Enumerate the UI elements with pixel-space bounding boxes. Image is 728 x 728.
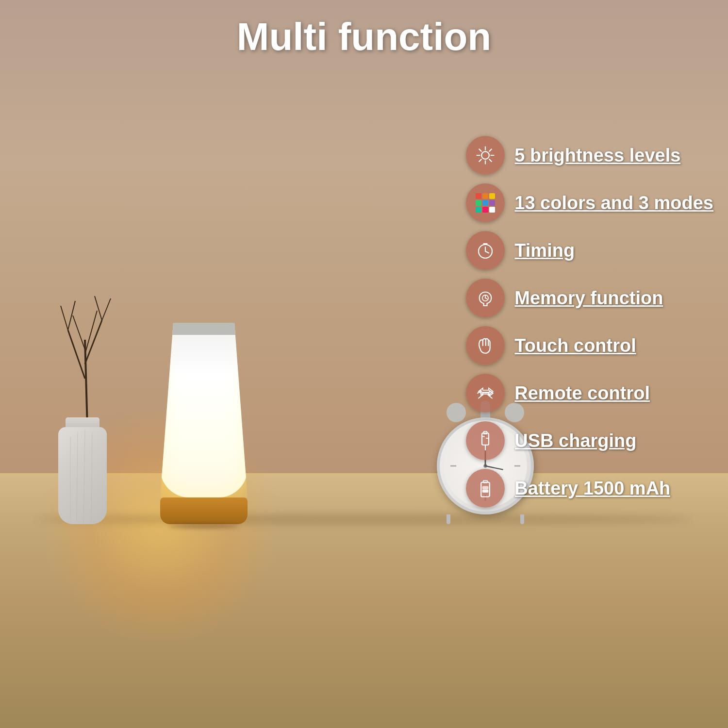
memory-pill [466,279,505,317]
color-cell-pink [482,207,488,213]
touch-label: Touch control [514,335,636,356]
clock-bell-left [447,403,466,422]
memory-icon [475,288,496,308]
brightness-pill [466,136,505,175]
memory-label: Memory function [514,288,663,309]
feature-timing: Timing [466,231,713,270]
lamp [150,323,257,524]
color-cell-red [476,193,481,199]
svg-line-6 [102,298,111,320]
battery-icon [475,478,496,498]
feature-memory: Memory function [466,279,713,317]
decorative-vase [58,427,107,524]
timing-pill [466,231,505,270]
svg-line-26 [490,159,492,161]
svg-line-2 [85,320,102,364]
lamp-shade [160,323,248,497]
vase-body [58,427,107,524]
feature-brightness: 5 brightness levels [466,136,713,175]
colors-label: 13 colors and 3 modes [514,193,713,214]
lamp-body [150,323,257,524]
feature-colors: 13 colors and 3 modes [466,183,713,222]
table-shadow [36,514,692,524]
touch-pill [466,326,505,365]
svg-line-10 [77,432,78,522]
page-title: Multi function [0,15,728,59]
lamp-base [160,497,248,524]
remote-label: Remote control [514,383,650,404]
battery-pill [466,469,505,508]
feature-battery: Battery 1500 mAh [466,469,713,508]
timing-label: Timing [514,240,575,261]
color-cell-orange [482,193,488,199]
color-cell-green [476,200,481,206]
svg-line-12 [91,432,92,522]
svg-line-4 [68,301,75,330]
svg-line-31 [485,251,489,253]
svg-line-11 [83,430,85,523]
color-cell-purple [489,200,495,206]
usb-label: USB charging [514,430,636,451]
color-cell-white [489,207,495,213]
svg-rect-43 [483,490,488,492]
sun-icon [475,145,496,165]
svg-rect-44 [483,487,488,489]
svg-line-3 [61,306,68,330]
brightness-label: 5 brightness levels [514,145,680,166]
remote-pill [466,374,505,413]
svg-line-35 [485,298,487,299]
clock-icon [475,240,496,261]
color-grid-icon [476,193,495,213]
feature-remote: Remote control [466,374,713,413]
svg-rect-42 [483,480,488,482]
svg-point-20 [481,151,489,159]
color-cell-teal [476,207,481,213]
remote-icon [475,383,496,403]
touch-icon [475,335,496,356]
feature-touch: Touch control [466,326,713,365]
svg-line-7 [73,315,85,349]
usb-icon [475,430,496,451]
svg-rect-36 [482,433,489,445]
svg-line-25 [480,149,481,151]
colors-pill [466,183,505,222]
svg-line-27 [490,149,492,151]
features-list: 5 brightness levels 13 colors and 3 mode… [466,136,713,508]
branches [63,306,102,427]
svg-line-1 [68,330,85,379]
usb-pill [466,421,505,460]
svg-line-28 [480,159,481,161]
color-cell-blue [482,200,488,206]
feature-usb: USB charging [466,421,713,460]
battery-label: Battery 1500 mAh [514,478,670,499]
color-cell-yellow [489,193,495,199]
